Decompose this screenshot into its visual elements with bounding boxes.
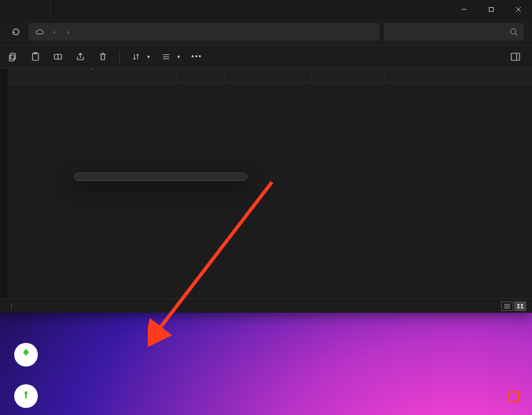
svg-rect-15 — [511, 53, 520, 60]
view-dropdown[interactable]: ▾ — [162, 53, 180, 61]
more-options-button[interactable]: ••• — [192, 52, 202, 61]
details-pane-icon — [511, 53, 520, 61]
svg-rect-1 — [489, 8, 494, 12]
watermark-logo-icon — [508, 391, 519, 402]
new-tab-button[interactable] — [51, 0, 74, 19]
details-pane-toggle[interactable] — [511, 53, 524, 61]
svg-rect-20 — [517, 304, 520, 306]
svg-point-4 — [511, 29, 516, 34]
chevron-down-icon: ▾ — [177, 54, 180, 60]
search-icon — [510, 28, 518, 36]
rename-icon[interactable] — [53, 52, 63, 61]
chevron-right-icon: › — [53, 28, 56, 35]
file-list-pane: ˄ — [8, 69, 532, 299]
view-large-icon[interactable] — [514, 301, 526, 311]
column-size[interactable] — [385, 69, 532, 83]
column-headers: ˄ — [8, 69, 532, 84]
desktop-icon-shortcut[interactable] — [7, 384, 45, 410]
maximize-button[interactable] — [478, 0, 505, 19]
column-name[interactable]: ˄ — [8, 69, 177, 83]
toolbar: ▾ ▾ ••• — [0, 45, 532, 69]
column-date[interactable] — [225, 69, 312, 83]
chevron-down-icon: ▾ — [147, 54, 150, 60]
search-box[interactable] — [384, 23, 524, 41]
paste-icon[interactable] — [31, 52, 40, 61]
nav-tree-collapsed[interactable] — [0, 69, 8, 299]
close-window-button[interactable] — [505, 0, 532, 19]
chevron-right-icon: › — [67, 28, 70, 35]
view-icon — [162, 53, 170, 61]
svg-rect-21 — [521, 304, 523, 306]
delete-icon[interactable] — [98, 52, 108, 61]
column-type[interactable] — [312, 69, 385, 83]
cloud-icon — [35, 28, 44, 36]
active-tab[interactable] — [0, 0, 51, 19]
explorer-window: › › ▾ ▾ ••• — [0, 0, 532, 313]
share-icon[interactable] — [76, 52, 85, 61]
view-mode-toggle[interactable] — [501, 301, 526, 311]
context-menu — [74, 173, 248, 181]
svg-rect-8 — [33, 53, 38, 60]
column-status[interactable] — [177, 69, 225, 83]
sort-indicator-icon: ˄ — [91, 68, 93, 73]
sort-icon — [132, 53, 140, 61]
breadcrumb-root[interactable] — [33, 28, 50, 36]
view-details-icon[interactable] — [501, 301, 513, 311]
desktop-icon-sims4[interactable] — [7, 343, 45, 369]
refresh-button[interactable] — [8, 24, 24, 40]
svg-rect-23 — [521, 306, 523, 309]
address-bar[interactable]: › › — [28, 23, 379, 41]
svg-rect-6 — [11, 53, 15, 59]
address-bar-row: › › — [0, 19, 532, 45]
titlebar — [0, 0, 532, 19]
sort-dropdown[interactable]: ▾ — [132, 53, 150, 61]
new-copy-icon[interactable] — [8, 52, 18, 61]
minimize-button[interactable] — [450, 0, 478, 19]
svg-line-5 — [515, 34, 518, 36]
status-bar: | — [0, 299, 532, 313]
svg-rect-7 — [9, 55, 14, 61]
xda-watermark — [508, 391, 521, 402]
svg-rect-22 — [517, 306, 520, 309]
